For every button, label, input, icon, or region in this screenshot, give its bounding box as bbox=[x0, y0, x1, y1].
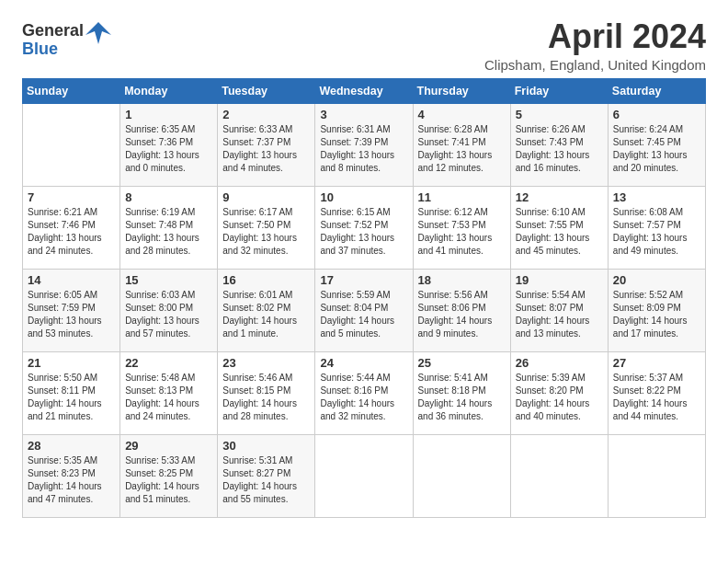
day-info: Sunrise: 6:01 AM Sunset: 8:02 PM Dayligh… bbox=[222, 289, 310, 340]
day-number: 28 bbox=[28, 439, 115, 453]
day-number: 5 bbox=[516, 108, 603, 121]
calendar-week-3: 14Sunrise: 6:05 AM Sunset: 7:59 PM Dayli… bbox=[23, 269, 706, 351]
calendar-table: SundayMondayTuesdayWednesdayThursdayFrid… bbox=[22, 78, 706, 518]
title-area: April 2024 Clipsham, England, United Kin… bbox=[484, 18, 706, 73]
day-info: Sunrise: 6:08 AM Sunset: 7:57 PM Dayligh… bbox=[613, 206, 700, 258]
day-info: Sunrise: 6:17 AM Sunset: 7:50 PM Dayligh… bbox=[222, 206, 310, 258]
day-info: Sunrise: 6:26 AM Sunset: 7:43 PM Dayligh… bbox=[516, 123, 603, 175]
calendar-cell: 18Sunrise: 5:56 AM Sunset: 8:06 PM Dayli… bbox=[413, 269, 510, 351]
day-info: Sunrise: 6:28 AM Sunset: 7:41 PM Dayligh… bbox=[418, 123, 506, 175]
day-number: 9 bbox=[222, 190, 310, 204]
calendar-cell: 4Sunrise: 6:28 AM Sunset: 7:41 PM Daylig… bbox=[413, 103, 510, 186]
svg-marker-0 bbox=[85, 22, 111, 44]
calendar-cell: 20Sunrise: 5:52 AM Sunset: 8:09 PM Dayli… bbox=[608, 269, 705, 351]
day-number: 29 bbox=[125, 439, 212, 453]
calendar-cell: 6Sunrise: 6:24 AM Sunset: 7:45 PM Daylig… bbox=[608, 103, 705, 186]
day-info: Sunrise: 6:15 AM Sunset: 7:52 PM Dayligh… bbox=[320, 206, 407, 258]
logo-general: General bbox=[22, 22, 84, 40]
calendar-cell: 21Sunrise: 5:50 AM Sunset: 8:11 PM Dayli… bbox=[23, 351, 120, 434]
day-number: 12 bbox=[516, 190, 603, 204]
day-number: 6 bbox=[613, 108, 700, 121]
day-info: Sunrise: 5:56 AM Sunset: 8:06 PM Dayligh… bbox=[418, 289, 506, 340]
page-header: General Blue April 2024 Clipsham, Englan… bbox=[22, 18, 706, 73]
day-number: 1 bbox=[125, 108, 212, 121]
day-info: Sunrise: 5:54 AM Sunset: 8:07 PM Dayligh… bbox=[516, 289, 603, 340]
calendar-cell: 7Sunrise: 6:21 AM Sunset: 7:46 PM Daylig… bbox=[23, 186, 120, 269]
calendar-cell: 12Sunrise: 6:10 AM Sunset: 7:55 PM Dayli… bbox=[510, 186, 608, 269]
calendar-cell: 14Sunrise: 6:05 AM Sunset: 7:59 PM Dayli… bbox=[23, 269, 120, 351]
day-info: Sunrise: 5:52 AM Sunset: 8:09 PM Dayligh… bbox=[613, 289, 700, 340]
day-info: Sunrise: 5:44 AM Sunset: 8:16 PM Dayligh… bbox=[320, 372, 407, 423]
day-number: 24 bbox=[320, 356, 407, 370]
logo-blue: Blue bbox=[22, 40, 58, 59]
day-info: Sunrise: 6:33 AM Sunset: 7:37 PM Dayligh… bbox=[222, 123, 310, 175]
day-number: 10 bbox=[320, 190, 407, 204]
calendar-cell: 13Sunrise: 6:08 AM Sunset: 7:57 PM Dayli… bbox=[608, 186, 705, 269]
day-number: 17 bbox=[320, 273, 407, 287]
weekday-header-row: SundayMondayTuesdayWednesdayThursdayFrid… bbox=[23, 78, 706, 103]
calendar-cell bbox=[608, 434, 705, 517]
day-number: 21 bbox=[28, 356, 115, 370]
day-info: Sunrise: 5:59 AM Sunset: 8:04 PM Dayligh… bbox=[320, 289, 407, 340]
day-number: 25 bbox=[418, 356, 506, 370]
day-info: Sunrise: 6:03 AM Sunset: 8:00 PM Dayligh… bbox=[125, 289, 212, 340]
day-number: 20 bbox=[613, 273, 700, 287]
calendar-cell: 22Sunrise: 5:48 AM Sunset: 8:13 PM Dayli… bbox=[120, 351, 218, 434]
day-number: 18 bbox=[418, 273, 506, 287]
day-info: Sunrise: 6:21 AM Sunset: 7:46 PM Dayligh… bbox=[28, 206, 115, 258]
day-info: Sunrise: 5:31 AM Sunset: 8:27 PM Dayligh… bbox=[222, 454, 310, 506]
day-number: 7 bbox=[28, 190, 115, 204]
weekday-header-monday: Monday bbox=[120, 78, 218, 103]
calendar-cell: 10Sunrise: 6:15 AM Sunset: 7:52 PM Dayli… bbox=[315, 186, 413, 269]
calendar-cell: 15Sunrise: 6:03 AM Sunset: 8:00 PM Dayli… bbox=[120, 269, 218, 351]
calendar-cell bbox=[23, 103, 120, 186]
day-number: 23 bbox=[222, 356, 310, 370]
day-number: 3 bbox=[320, 108, 407, 121]
calendar-cell: 19Sunrise: 5:54 AM Sunset: 8:07 PM Dayli… bbox=[510, 269, 608, 351]
weekday-header-saturday: Saturday bbox=[608, 78, 705, 103]
logo: General Blue bbox=[22, 18, 111, 59]
weekday-header-sunday: Sunday bbox=[23, 78, 120, 103]
calendar-week-5: 28Sunrise: 5:35 AM Sunset: 8:23 PM Dayli… bbox=[23, 434, 706, 517]
day-info: Sunrise: 5:35 AM Sunset: 8:23 PM Dayligh… bbox=[28, 454, 115, 506]
day-number: 30 bbox=[222, 439, 310, 453]
day-number: 11 bbox=[418, 190, 506, 204]
calendar-cell: 11Sunrise: 6:12 AM Sunset: 7:53 PM Dayli… bbox=[413, 186, 510, 269]
weekday-header-tuesday: Tuesday bbox=[218, 78, 315, 103]
logo-bird-icon bbox=[85, 18, 111, 44]
calendar-cell bbox=[413, 434, 510, 517]
calendar-cell: 27Sunrise: 5:37 AM Sunset: 8:22 PM Dayli… bbox=[608, 351, 705, 434]
calendar-week-2: 7Sunrise: 6:21 AM Sunset: 7:46 PM Daylig… bbox=[23, 186, 706, 269]
day-info: Sunrise: 6:31 AM Sunset: 7:39 PM Dayligh… bbox=[320, 123, 407, 175]
calendar-week-1: 1Sunrise: 6:35 AM Sunset: 7:36 PM Daylig… bbox=[23, 103, 706, 186]
day-info: Sunrise: 6:10 AM Sunset: 7:55 PM Dayligh… bbox=[516, 206, 603, 258]
day-info: Sunrise: 6:24 AM Sunset: 7:45 PM Dayligh… bbox=[613, 123, 700, 175]
calendar-cell: 5Sunrise: 6:26 AM Sunset: 7:43 PM Daylig… bbox=[510, 103, 608, 186]
day-number: 4 bbox=[418, 108, 506, 121]
day-info: Sunrise: 5:48 AM Sunset: 8:13 PM Dayligh… bbox=[125, 372, 212, 423]
calendar-cell: 30Sunrise: 5:31 AM Sunset: 8:27 PM Dayli… bbox=[218, 434, 315, 517]
weekday-header-wednesday: Wednesday bbox=[315, 78, 413, 103]
calendar-cell: 23Sunrise: 5:46 AM Sunset: 8:15 PM Dayli… bbox=[218, 351, 315, 434]
month-title: April 2024 bbox=[484, 18, 706, 55]
day-number: 22 bbox=[125, 356, 212, 370]
day-info: Sunrise: 5:37 AM Sunset: 8:22 PM Dayligh… bbox=[613, 372, 700, 423]
day-info: Sunrise: 5:50 AM Sunset: 8:11 PM Dayligh… bbox=[28, 372, 115, 423]
calendar-cell: 8Sunrise: 6:19 AM Sunset: 7:48 PM Daylig… bbox=[120, 186, 218, 269]
calendar-cell: 29Sunrise: 5:33 AM Sunset: 8:25 PM Dayli… bbox=[120, 434, 218, 517]
day-number: 19 bbox=[516, 273, 603, 287]
calendar-cell: 26Sunrise: 5:39 AM Sunset: 8:20 PM Dayli… bbox=[510, 351, 608, 434]
weekday-header-thursday: Thursday bbox=[413, 78, 510, 103]
calendar-week-4: 21Sunrise: 5:50 AM Sunset: 8:11 PM Dayli… bbox=[23, 351, 706, 434]
calendar-cell: 1Sunrise: 6:35 AM Sunset: 7:36 PM Daylig… bbox=[120, 103, 218, 186]
calendar-cell: 28Sunrise: 5:35 AM Sunset: 8:23 PM Dayli… bbox=[23, 434, 120, 517]
day-number: 15 bbox=[125, 273, 212, 287]
day-number: 13 bbox=[613, 190, 700, 204]
day-info: Sunrise: 5:33 AM Sunset: 8:25 PM Dayligh… bbox=[125, 454, 212, 506]
day-info: Sunrise: 5:46 AM Sunset: 8:15 PM Dayligh… bbox=[222, 372, 310, 423]
weekday-header-friday: Friday bbox=[510, 78, 608, 103]
day-info: Sunrise: 5:39 AM Sunset: 8:20 PM Dayligh… bbox=[516, 372, 603, 423]
day-number: 2 bbox=[222, 108, 310, 121]
day-number: 8 bbox=[125, 190, 212, 204]
calendar-cell: 3Sunrise: 6:31 AM Sunset: 7:39 PM Daylig… bbox=[315, 103, 413, 186]
